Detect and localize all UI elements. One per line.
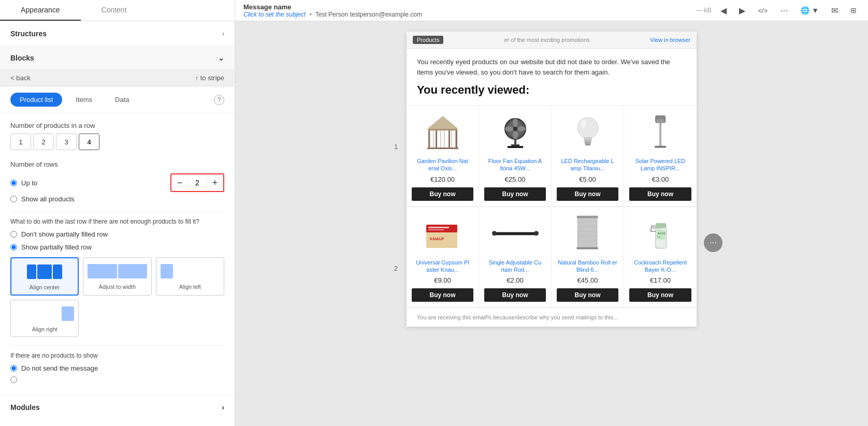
product-img-5: KNAUF bbox=[412, 213, 473, 255]
dont-show-radio[interactable] bbox=[10, 231, 17, 238]
product-name-3[interactable]: LED Rechargeable L amp Titaniu... bbox=[557, 157, 618, 172]
align-center-option[interactable]: Align center bbox=[10, 257, 79, 296]
product-name-2[interactable]: Floor Fan Equation A ltona 45W... bbox=[484, 157, 546, 172]
modules-section[interactable]: Modules › bbox=[0, 395, 235, 419]
buy-now-btn-8[interactable]: Buy now bbox=[629, 288, 691, 302]
product-price-3: €5.00 bbox=[557, 175, 618, 183]
product-cell-1: Garden Pavilion Nat erial Oxis... €120.0… bbox=[407, 106, 479, 207]
recipient-label: Test Person testperson@example.com bbox=[315, 11, 422, 18]
align-left-label: Align left bbox=[179, 284, 201, 290]
to-stripe-button[interactable]: ↑ to stripe bbox=[195, 74, 224, 82]
product-img-7 bbox=[557, 213, 618, 255]
buy-now-btn-7[interactable]: Buy now bbox=[557, 288, 618, 302]
more-icon-btn[interactable]: ⋯ bbox=[777, 4, 791, 18]
data-tab[interactable]: Data bbox=[106, 93, 138, 107]
more-button[interactable]: ⋯ bbox=[704, 233, 722, 252]
product-img-3 bbox=[557, 112, 618, 153]
buy-now-btn-4[interactable]: Buy now bbox=[629, 187, 691, 201]
num-option-1[interactable]: 1 bbox=[10, 134, 31, 150]
subject-separator: • bbox=[309, 11, 311, 18]
product-price-4: €3.00 bbox=[629, 175, 691, 183]
structures-chevron: › bbox=[222, 30, 224, 37]
no-products-label: If there are no products to show bbox=[10, 352, 224, 359]
product-name-1[interactable]: Garden Pavilion Nat erial Oxis... bbox=[412, 157, 473, 172]
product-name-5[interactable]: Universal Gypsum Pl aster Knau... bbox=[412, 259, 473, 274]
product-name-8[interactable]: Cockroach Repellent Bayer K-O... bbox=[629, 259, 691, 274]
structures-label: Structures bbox=[10, 30, 47, 38]
svg-point-21 bbox=[505, 126, 513, 131]
stepper-value: 2 bbox=[188, 174, 207, 191]
up-to-radio[interactable] bbox=[10, 180, 17, 186]
grid-icon-btn[interactable]: ⊞ bbox=[847, 4, 860, 17]
product-img-1 bbox=[412, 112, 473, 153]
svg-point-20 bbox=[513, 131, 518, 139]
adjust-width-label: Adjust to width bbox=[99, 284, 136, 290]
message-name-label: Message name bbox=[243, 3, 422, 11]
dont-send-radio[interactable] bbox=[10, 365, 17, 372]
buy-now-btn-1[interactable]: Buy now bbox=[412, 187, 473, 201]
svg-rect-48 bbox=[577, 216, 598, 218]
svg-rect-27 bbox=[585, 144, 590, 145]
view-in-browser[interactable]: View in browser bbox=[650, 37, 690, 43]
svg-rect-49 bbox=[577, 247, 598, 249]
product-list-tab[interactable]: Product list bbox=[10, 93, 62, 107]
other-radio[interactable] bbox=[10, 376, 17, 383]
items-tab[interactable]: Items bbox=[66, 93, 102, 107]
svg-rect-30 bbox=[659, 122, 661, 146]
show-partial-radio[interactable] bbox=[10, 244, 17, 251]
help-icon[interactable]: ? bbox=[214, 95, 224, 105]
content-tab[interactable]: Content bbox=[81, 0, 148, 21]
num-option-4[interactable]: 4 bbox=[79, 134, 99, 150]
message-subject[interactable]: Click to set the subject • Test Person t… bbox=[243, 11, 422, 18]
svg-rect-5 bbox=[449, 130, 450, 149]
show-all-label: Show all products bbox=[21, 195, 75, 203]
globe-icon-btn[interactable]: 🌐 ▼ bbox=[798, 4, 822, 17]
adjust-width-option[interactable]: Adjust to width bbox=[83, 257, 151, 296]
row-label-1: 1 bbox=[394, 143, 398, 151]
appearance-tab[interactable]: Appearance bbox=[0, 0, 81, 21]
stepper-plus-btn[interactable]: + bbox=[207, 174, 223, 191]
num-option-3[interactable]: 3 bbox=[56, 134, 77, 150]
buy-now-btn-3[interactable]: Buy now bbox=[557, 187, 618, 201]
align-left-option[interactable]: Align left bbox=[156, 257, 224, 296]
product-cell-2: Floor Fan Equation A ltona 45W... €25.00… bbox=[479, 106, 552, 207]
up-to-label: Up to bbox=[21, 179, 37, 187]
product-cell-4: Solar Powered LED Lamp INSPIR... €3.00 B… bbox=[624, 106, 697, 207]
buy-now-btn-2[interactable]: Buy now bbox=[484, 187, 546, 201]
buy-now-btn-5[interactable]: Buy now bbox=[412, 288, 473, 302]
product-cell-6: Single Adjustable Cu rtain Rod... €2.00 … bbox=[479, 207, 552, 308]
product-name-4[interactable]: Solar Powered LED Lamp INSPIR... bbox=[629, 157, 691, 172]
product-price-1: €120.00 bbox=[412, 175, 473, 183]
product-name-6[interactable]: Single Adjustable Cu rtain Rod... bbox=[484, 259, 546, 274]
buy-now-btn-6[interactable]: Buy now bbox=[484, 288, 546, 302]
envelope-icon-btn[interactable]: ✉ bbox=[828, 4, 841, 18]
show-all-radio[interactable] bbox=[10, 196, 17, 202]
product-img-2 bbox=[484, 112, 546, 153]
products-badge: Products bbox=[413, 36, 443, 44]
back-bar: < back ↑ to stripe bbox=[0, 70, 235, 86]
stepper-minus-btn[interactable]: − bbox=[171, 174, 188, 191]
subject-prompt[interactable]: Click to set the subject bbox=[243, 11, 306, 18]
product-name-7[interactable]: Natural Bamboo Roll er Blind 6... bbox=[557, 259, 618, 274]
back-icon-btn[interactable]: ◀ bbox=[717, 4, 730, 18]
num-option-2[interactable]: 2 bbox=[33, 134, 54, 150]
svg-point-22 bbox=[513, 127, 517, 131]
product-price-5: €9.00 bbox=[412, 276, 473, 284]
svg-rect-14 bbox=[508, 146, 523, 148]
blocks-section[interactable]: Blocks ⌄ bbox=[0, 47, 235, 70]
left-panel: Structures › Blocks ⌄ < back ↑ to stripe… bbox=[0, 21, 235, 426]
product-price-6: €2.00 bbox=[484, 276, 546, 284]
structures-section[interactable]: Structures › bbox=[0, 21, 235, 47]
back-button[interactable]: < back bbox=[10, 74, 31, 82]
product-grid-row2: KNAUF Universal Gypsum Pl aster Knau... … bbox=[407, 207, 697, 308]
svg-rect-52 bbox=[656, 223, 667, 228]
align-right-option[interactable]: Align right bbox=[10, 300, 79, 337]
forward-icon-btn[interactable]: ▶ bbox=[736, 4, 748, 18]
code-icon-btn[interactable]: </> bbox=[755, 5, 771, 17]
product-cell-3: LED Rechargeable L amp Titaniu... €5.00 … bbox=[552, 106, 624, 207]
svg-rect-25 bbox=[584, 140, 591, 142]
svg-text:K-O: K-O bbox=[657, 236, 661, 238]
blocks-chevron: ⌄ bbox=[218, 54, 224, 62]
svg-rect-1 bbox=[428, 129, 457, 130]
product-price-2: €25.00 bbox=[484, 175, 546, 183]
